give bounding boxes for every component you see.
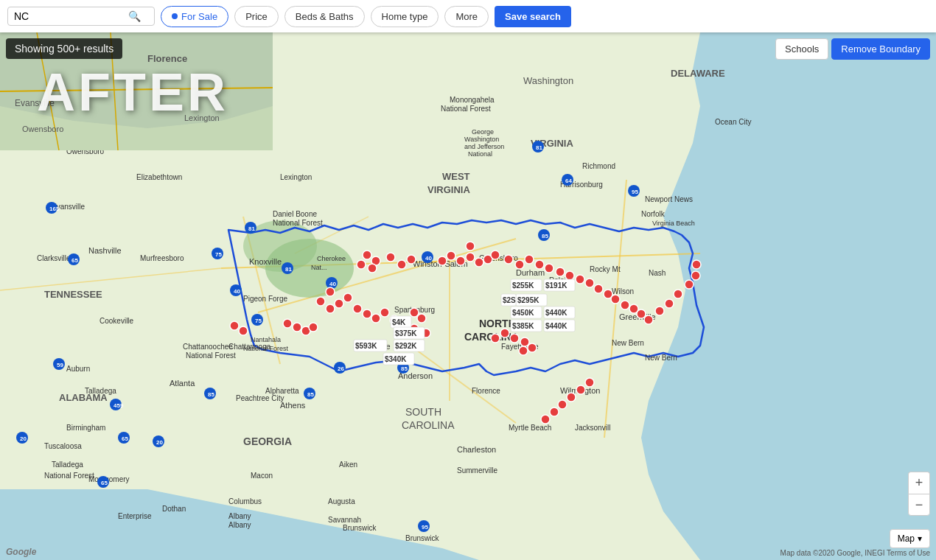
map-action-buttons: Schools Remove Boundary — [775, 38, 930, 60]
search-button[interactable]: 🔍 — [128, 10, 141, 22]
svg-point-214 — [283, 319, 292, 328]
price-filter[interactable]: Price — [234, 6, 279, 27]
svg-text:$340K: $340K — [385, 355, 407, 363]
svg-text:Charleston: Charleston — [457, 445, 496, 454]
for-sale-filter[interactable]: For Sale — [161, 6, 228, 27]
svg-text:$440K: $440K — [545, 309, 567, 317]
svg-text:Nat...: Nat... — [311, 264, 327, 271]
svg-point-151 — [363, 251, 371, 259]
svg-text:Knoxville: Knoxville — [249, 257, 282, 266]
svg-point-171 — [565, 271, 574, 280]
home-type-filter[interactable]: Home type — [371, 6, 439, 27]
svg-point-181 — [655, 307, 664, 315]
svg-text:75: 75 — [255, 318, 262, 324]
svg-text:$191K: $191K — [545, 281, 567, 290]
save-search-button[interactable]: Save search — [495, 6, 571, 27]
svg-point-188 — [316, 297, 325, 306]
svg-text:Albany: Albany — [228, 521, 251, 529]
svg-point-168 — [535, 260, 544, 269]
svg-text:Summerville: Summerville — [457, 466, 497, 475]
svg-point-207 — [528, 343, 537, 352]
svg-point-195 — [380, 308, 389, 317]
svg-text:WEST: WEST — [442, 171, 470, 182]
svg-point-184 — [685, 280, 694, 289]
svg-point-180 — [644, 315, 653, 324]
svg-text:$385K: $385K — [512, 322, 534, 330]
svg-point-215 — [293, 323, 301, 332]
svg-text:85: 85 — [542, 233, 548, 239]
svg-text:40: 40 — [234, 288, 240, 295]
svg-point-205 — [520, 337, 529, 346]
svg-point-167 — [525, 255, 534, 264]
map-type-button[interactable]: Map ▾ — [890, 529, 930, 548]
search-input[interactable] — [14, 10, 128, 22]
svg-text:Monongahela: Monongahela — [450, 96, 495, 104]
svg-text:Auburn: Auburn — [66, 365, 90, 373]
svg-text:Nantahala: Nantahala — [251, 336, 281, 343]
svg-text:81: 81 — [248, 225, 255, 232]
svg-text:National: National — [468, 150, 492, 158]
svg-text:Talladega: Talladega — [85, 387, 116, 395]
svg-text:Virginia Beach: Virginia Beach — [652, 220, 695, 227]
svg-point-212 — [550, 407, 559, 416]
svg-text:40: 40 — [329, 281, 336, 287]
svg-point-185 — [691, 271, 700, 280]
more-filter[interactable]: More — [444, 6, 489, 27]
svg-text:85: 85 — [208, 391, 214, 398]
svg-point-217 — [309, 323, 318, 332]
svg-text:GEORGIA: GEORGIA — [243, 435, 292, 447]
svg-point-201 — [417, 314, 426, 323]
svg-text:CAROLINA: CAROLINA — [402, 419, 455, 431]
svg-text:Jacksonvill: Jacksonvill — [575, 424, 610, 432]
svg-text:Cherokee: Cherokee — [317, 255, 346, 262]
zoom-controls: + − — [908, 472, 930, 516]
svg-text:Pigeon Forge: Pigeon Forge — [243, 295, 287, 303]
svg-point-211 — [558, 400, 567, 409]
svg-text:Nash: Nash — [649, 269, 666, 277]
zoom-out-button[interactable]: − — [908, 494, 930, 516]
svg-text:75: 75 — [215, 251, 222, 258]
svg-point-183 — [674, 290, 682, 298]
svg-point-154 — [368, 264, 377, 273]
svg-text:Washington: Washington — [464, 136, 499, 143]
svg-text:Aiken: Aiken — [339, 461, 357, 469]
svg-text:65: 65 — [101, 480, 108, 486]
svg-text:National Forest: National Forest — [441, 105, 491, 113]
svg-text:$2S: $2S — [503, 296, 516, 304]
map-attribution: Map data ©2020 Google, INEGI Terms of Us… — [780, 549, 930, 557]
svg-text:TENNESSEE: TENNESSEE — [44, 289, 102, 300]
svg-point-182 — [665, 299, 674, 308]
svg-text:Birmingham: Birmingham — [66, 424, 105, 432]
map-container: Nashville Knoxville Daniel Boone Nationa… — [0, 32, 936, 560]
svg-text:95: 95 — [632, 189, 638, 195]
svg-text:85: 85 — [307, 391, 314, 398]
map-type-label: Map — [898, 533, 915, 544]
zoom-in-button[interactable]: + — [908, 472, 930, 494]
svg-text:and Jefferson: and Jefferson — [464, 143, 504, 150]
svg-text:59: 59 — [57, 362, 63, 368]
svg-point-156 — [397, 260, 406, 269]
svg-text:20: 20 — [156, 439, 163, 446]
svg-text:Newport News: Newport News — [645, 195, 693, 203]
svg-text:81: 81 — [536, 144, 542, 151]
svg-point-160 — [456, 256, 465, 265]
map-type-selector[interactable]: Map ▾ — [890, 529, 930, 548]
svg-text:Nashville: Nashville — [88, 246, 122, 255]
remove-boundary-button[interactable]: Remove Boundary — [831, 38, 930, 60]
google-logo: Google — [6, 547, 36, 557]
svg-text:National Forest: National Forest — [243, 345, 289, 352]
svg-text:65: 65 — [122, 435, 128, 442]
schools-button[interactable]: Schools — [775, 38, 828, 60]
svg-text:64: 64 — [565, 178, 572, 184]
svg-point-176 — [611, 295, 620, 304]
svg-text:Brunswick: Brunswick — [405, 534, 440, 542]
svg-point-162 — [475, 258, 483, 267]
svg-point-187 — [326, 287, 335, 296]
svg-text:Chattanoochee: Chattanoochee — [183, 343, 233, 351]
svg-point-220 — [466, 242, 475, 251]
svg-text:Enterprise: Enterprise — [118, 512, 152, 520]
svg-point-209 — [576, 385, 585, 394]
svg-point-206 — [519, 346, 528, 355]
beds-baths-filter[interactable]: Beds & Baths — [284, 6, 365, 27]
svg-text:Ocean City: Ocean City — [715, 118, 751, 126]
